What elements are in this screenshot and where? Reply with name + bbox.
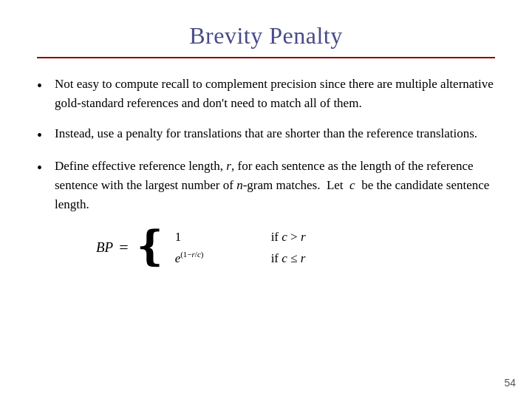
case2-expr: e(1−r/c) xyxy=(175,248,249,268)
case2-cond: if c ≤ r xyxy=(271,248,306,268)
bullet-item-2: • Instead, use a penalty for translation… xyxy=(37,124,495,146)
title-divider xyxy=(37,57,495,58)
bullet-dot-3: • xyxy=(37,157,55,179)
slide: Brevity Penalty • Not easy to compute re… xyxy=(0,0,532,399)
case-row-1: 1 if c > r xyxy=(175,227,306,247)
r-variable: r xyxy=(226,159,231,173)
title-area: Brevity Penalty xyxy=(37,22,495,50)
bullet-text-3: Define effective reference length, r, fo… xyxy=(55,157,495,215)
left-brace: ❴ xyxy=(133,225,168,270)
slide-content: • Not easy to compute recall to compleme… xyxy=(37,75,495,215)
cases-block: 1 if c > r e(1−r/c) if c ≤ r xyxy=(175,227,306,268)
case1-expr: 1 xyxy=(175,227,249,247)
bullet-dot-2: • xyxy=(37,124,55,146)
bullet-text-2: Instead, use a penalty for translations … xyxy=(55,124,495,143)
slide-title: Brevity Penalty xyxy=(37,22,495,50)
c-variable: c xyxy=(349,178,355,192)
bullet-item-3: • Define effective reference length, r, … xyxy=(37,157,495,215)
bullet-item-1: • Not easy to compute recall to compleme… xyxy=(37,75,495,114)
case1-cond: if c > r xyxy=(271,227,306,247)
formula-lhs: BP xyxy=(96,239,113,256)
bullet-dot-1: • xyxy=(37,75,55,97)
bullet-text-1: Not easy to compute recall to complement… xyxy=(55,75,495,114)
n-variable: n xyxy=(236,178,243,192)
page-number: 54 xyxy=(504,377,516,389)
case-row-2: e(1−r/c) if c ≤ r xyxy=(175,248,306,268)
equals-sign: = xyxy=(119,238,128,257)
formula-area: BP = ❴ 1 if c > r e(1−r/c) if c ≤ r xyxy=(96,225,495,270)
